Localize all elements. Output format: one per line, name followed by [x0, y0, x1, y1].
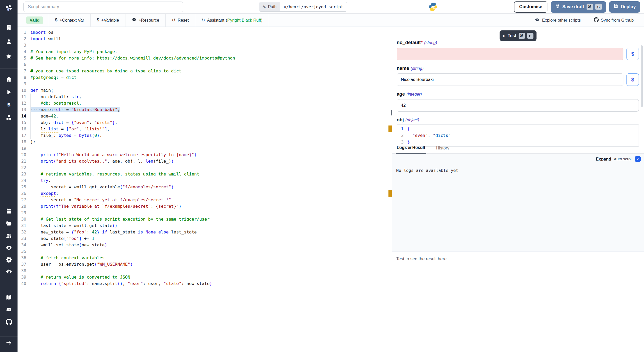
sidebar-item-eye[interactable]	[0, 242, 18, 254]
sidebar-item-robot[interactable]	[0, 266, 18, 278]
customise-button[interactable]: Customise	[514, 1, 547, 13]
json-line[interactable]: 1{	[397, 125, 639, 132]
code-line[interactable]: 36 # fetch context variables	[18, 255, 392, 261]
sidebar-item-dollar[interactable]: $	[0, 99, 18, 111]
line-number: 31	[18, 222, 26, 229]
script-summary-input[interactable]	[23, 2, 183, 12]
age-input[interactable]	[397, 99, 639, 112]
panel-resize-handle[interactable]	[391, 110, 392, 115]
result-area: Test to see the result here	[392, 252, 644, 352]
indent-guide	[41, 197, 41, 203]
sidebar-item-home[interactable]	[0, 74, 18, 85]
code-line[interactable]: 31 last_state = wmill.get_state()	[18, 222, 392, 229]
sidebar-item-discord[interactable]	[0, 305, 18, 316]
code-line[interactable]: 17 file_: bytes = bytes(0),	[18, 132, 392, 139]
code-line[interactable]: 30 # Get last state of this script execu…	[18, 216, 392, 222]
code-line[interactable]: 28 print(f"The variable at `f/examples/s…	[18, 203, 392, 209]
code-text: age=42,	[30, 113, 58, 119]
eye-icon	[6, 245, 12, 252]
path-chip[interactable]: ✎ Path u/henri/overjoyed_script	[259, 2, 347, 12]
code-line[interactable]: 13····name:·str·=·"Nicolas·Bourbaki",	[18, 106, 392, 113]
sidebar-item-calendar[interactable]	[0, 206, 18, 217]
code-line[interactable]: 14 age=42,	[18, 113, 392, 119]
code-line[interactable]: 1import os	[18, 29, 392, 36]
code-line[interactable]: 34 wmill.set_state(new_state)	[18, 242, 392, 248]
auto-scroll-checkbox[interactable]: ✓	[635, 156, 641, 162]
sidebar-item-boxes[interactable]	[0, 112, 18, 124]
add-variable-button[interactable]: $ +Variable	[91, 14, 125, 27]
explore-other-scripts-link[interactable]: Explore other scripts	[535, 17, 581, 23]
code-line[interactable]: 16 l: list = ["or", "lists!"],	[18, 126, 392, 132]
warning-marker-line-16[interactable]	[388, 125, 392, 132]
code-line[interactable]: 18):	[18, 139, 392, 145]
no_default-input[interactable]	[397, 48, 623, 60]
code-line[interactable]: 37 user = os.environ.get("WM_USERNAME")	[18, 261, 392, 267]
name-variable-picker-button[interactable]: $	[626, 73, 639, 86]
sidebar-item-user[interactable]	[0, 36, 18, 48]
code-editor[interactable]: 1import os2import wmill34# You can impor…	[18, 27, 392, 352]
reset-button[interactable]: ↺ Reset	[166, 14, 195, 27]
sidebar-item-star[interactable]	[0, 51, 18, 62]
save-draft-button[interactable]: Save draft ⌘ S	[551, 1, 606, 13]
deploy-button[interactable]: Deploy	[609, 1, 640, 13]
code-line[interactable]: 20 print(f"Hello World and a warm welcom…	[18, 152, 392, 158]
assistant-toggle[interactable]: ↻ Assistant (Pyright Black Ruff)	[195, 14, 269, 27]
add-resource-button[interactable]: +Resource	[125, 14, 166, 27]
indent-guide	[41, 184, 41, 190]
code-line[interactable]: 11 no_default: str,	[18, 94, 392, 100]
code-line[interactable]: 3	[18, 42, 392, 48]
code-line[interactable]: 35	[18, 248, 392, 255]
name-input[interactable]	[397, 73, 623, 86]
form-scrollbar[interactable]	[641, 45, 643, 107]
sync-from-github-link[interactable]: Sync from Github	[594, 17, 634, 23]
code-line[interactable]: 23 # retrieve variables, resources, stat…	[18, 171, 392, 177]
calendar-icon	[6, 208, 12, 215]
folder-open-icon	[6, 220, 12, 228]
sidebar-item-arrow-right[interactable]	[0, 337, 18, 349]
warning-marker-line-26[interactable]	[388, 190, 392, 197]
line-number: 16	[18, 126, 26, 132]
code-line[interactable]: 29	[18, 209, 392, 216]
code-line[interactable]: 40 return {"splitted": name.split(), "us…	[18, 280, 392, 287]
code-line[interactable]: 26 except:	[18, 190, 392, 197]
code-line[interactable]: 2import wmill	[18, 36, 392, 42]
code-line[interactable]: 5# See here for more info: https://docs.…	[18, 55, 392, 61]
code-line[interactable]: 8#postgresql = dict	[18, 74, 392, 81]
code-line[interactable]: 25 secret = wmill.get_variable("f/exampl…	[18, 184, 392, 190]
expand-logs-button[interactable]: Expand	[596, 157, 611, 162]
code-line[interactable]: 24 try:	[18, 177, 392, 184]
sidebar-item-play[interactable]	[0, 87, 18, 98]
add-context-var-button[interactable]: $ +Context Var	[49, 14, 91, 27]
code-line[interactable]: 33 new_state["foo"] += 1	[18, 235, 392, 242]
tab-logs-result[interactable]: Logs & Result	[396, 145, 426, 154]
windmill-logo[interactable]	[0, 3, 18, 13]
json-text: "even": "dicts"	[407, 132, 451, 139]
bottom-tabs: Logs & Result History	[392, 142, 644, 154]
code-line[interactable]: 39 # return value is converted to JSON	[18, 274, 392, 280]
sidebar-item-github[interactable]	[0, 317, 18, 328]
sidebar-item-gear[interactable]	[0, 254, 18, 266]
code-line[interactable]: 10def main(	[18, 87, 392, 94]
code-line[interactable]: 6	[18, 61, 392, 68]
code-line[interactable]: 7# you can use typed resources by doing …	[18, 68, 392, 74]
json-line[interactable]: 2 "even": "dicts"	[397, 132, 639, 139]
code-line[interactable]: 12 #db: postgresql,	[18, 100, 392, 106]
code-line[interactable]: 9	[18, 81, 392, 87]
no_default-variable-picker-button[interactable]: $	[626, 48, 639, 60]
code-line[interactable]: 4# You can import any PyPi package.	[18, 48, 392, 55]
sidebar-item-building[interactable]	[0, 22, 18, 33]
sidebar-item-book[interactable]	[0, 292, 18, 304]
tab-history[interactable]: History	[435, 146, 450, 153]
sidebar-divider	[0, 68, 18, 69]
code-line[interactable]: 21 print("and its acolytes..", age, obj,…	[18, 158, 392, 164]
code-line[interactable]: 27 secret = "No secret yet at f/examples…	[18, 197, 392, 203]
code-line[interactable]: 38	[18, 267, 392, 274]
code-text: try:	[30, 177, 51, 184]
test-button[interactable]: ▶ Test ⌘ ↵	[500, 30, 537, 41]
sidebar-item-users-cog[interactable]	[0, 231, 18, 242]
code-line[interactable]: 19	[18, 145, 392, 152]
code-line[interactable]: 22	[18, 164, 392, 171]
sidebar-item-folder-open[interactable]	[0, 218, 18, 230]
code-line[interactable]: 15 obj: dict = {"even": "dicts"},	[18, 119, 392, 126]
code-line[interactable]: 32 new_state = {"foo": 42} if last_state…	[18, 229, 392, 235]
